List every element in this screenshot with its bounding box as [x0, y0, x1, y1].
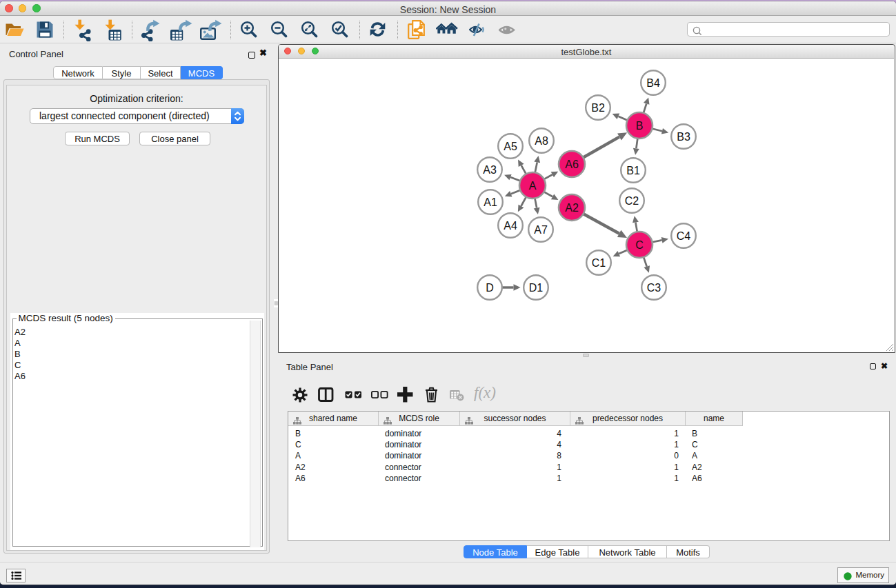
svg-text:C4: C4 [677, 230, 691, 242]
svg-text:C3: C3 [647, 282, 661, 294]
svg-text:A3: A3 [483, 164, 497, 176]
svg-text:A: A [529, 180, 537, 192]
svg-text:C2: C2 [625, 195, 639, 207]
svg-text:A5: A5 [504, 141, 517, 152]
svg-text:A8: A8 [535, 135, 548, 147]
svg-text:A7: A7 [534, 224, 548, 236]
svg-text:C1: C1 [592, 257, 606, 269]
svg-text:B3: B3 [677, 131, 690, 143]
svg-text:B: B [636, 120, 644, 132]
svg-text:A2: A2 [565, 202, 579, 214]
svg-text:C: C [635, 239, 644, 251]
svg-text:D: D [486, 282, 494, 294]
svg-text:A6: A6 [565, 159, 579, 170]
svg-text:A1: A1 [484, 196, 497, 208]
svg-text:B2: B2 [591, 102, 605, 114]
svg-text:A4: A4 [504, 220, 517, 232]
svg-text:D1: D1 [529, 282, 544, 294]
svg-text:B1: B1 [626, 165, 640, 176]
svg-text:B4: B4 [646, 77, 660, 89]
